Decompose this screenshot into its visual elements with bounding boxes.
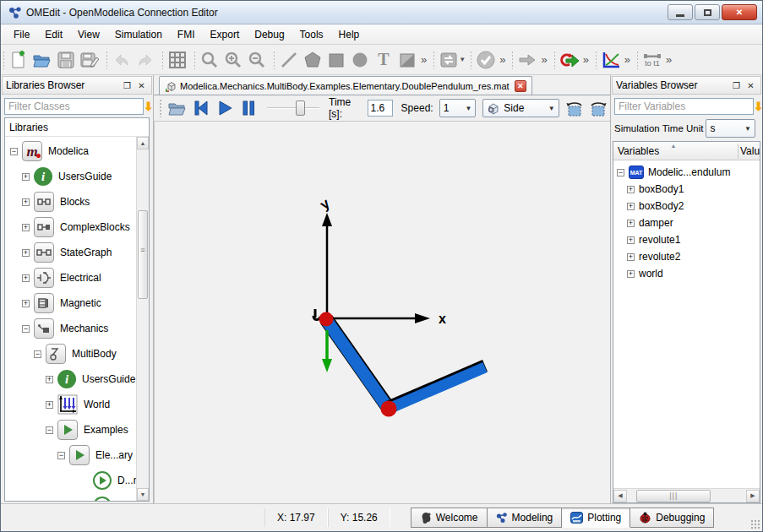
tree-item-multibody-usersguide[interactable]: + i UsersGuide <box>5 366 149 392</box>
expand-icon[interactable]: + <box>627 220 635 227</box>
scrollbar-thumb[interactable]: ||| <box>636 490 711 502</box>
float-dock-icon[interactable]: ❐ <box>121 79 134 92</box>
collapse-icon[interactable]: − <box>22 325 30 333</box>
bitmap-shape-icon[interactable] <box>395 48 419 72</box>
tree-item-blocks[interactable]: + Blocks <box>5 189 149 214</box>
menu-export[interactable]: Export <box>203 26 248 43</box>
expand-icon[interactable]: + <box>22 224 30 231</box>
scroll-up-icon[interactable]: ▲ <box>137 137 149 149</box>
rewind-icon[interactable] <box>189 97 213 119</box>
menu-file[interactable]: File <box>6 26 37 43</box>
menu-fmi[interactable]: FMI <box>170 26 203 43</box>
expand-icon[interactable]: + <box>46 401 53 409</box>
toolbar-drag-handle[interactable] <box>159 99 162 117</box>
zoom-out-icon[interactable] <box>245 48 269 72</box>
float-dock-icon[interactable]: ❐ <box>730 79 743 92</box>
perspective-modeling-button[interactable]: Modeling <box>488 508 563 528</box>
expand-icon[interactable]: + <box>627 253 635 261</box>
menu-view[interactable]: View <box>70 26 107 43</box>
filter-options-icon[interactable]: ⬇ <box>754 100 763 113</box>
tree-item-complexblocks[interactable]: + ComplexBlocks <box>5 214 149 240</box>
tree-item-modelica[interactable]: − m Modelica <box>5 138 149 164</box>
redo-icon[interactable] <box>134 48 157 72</box>
variables-column-header[interactable]: ▲ Variables <box>613 145 738 157</box>
tree-item-multibody[interactable]: − MultiBody <box>5 341 149 366</box>
tree-item-doublependuluminit[interactable]: + Do...in <box>5 493 149 501</box>
expand-icon[interactable]: + <box>22 198 30 206</box>
load-visualization-icon[interactable] <box>166 97 189 119</box>
tree-item-mechanics[interactable]: − Mechanics <box>5 316 149 341</box>
close-dock-icon[interactable]: ✕ <box>744 79 757 92</box>
perspective-plotting-button[interactable]: Plotting <box>562 508 630 528</box>
undo-icon[interactable] <box>110 48 134 72</box>
resimulate-overflow-chevron[interactable]: » <box>581 53 591 66</box>
polygon-shape-icon[interactable] <box>301 48 324 72</box>
tree-item-stategraph[interactable]: + StateGraph <box>5 240 149 265</box>
variable-revolute2[interactable]: + revolute2 <box>613 248 760 265</box>
variable-revolute1[interactable]: + revolute1 <box>613 231 760 248</box>
variable-boxbody2[interactable]: + boxBody2 <box>613 198 760 214</box>
check-overflow-chevron[interactable]: » <box>498 53 507 66</box>
collapse-icon[interactable]: − <box>57 452 65 459</box>
maximize-button[interactable] <box>695 4 720 20</box>
perspective-welcome-button[interactable]: Welcome <box>411 508 488 528</box>
document-tab[interactable]: Modelica.Mechanics.MultiBody.Examples.El… <box>159 76 532 95</box>
shapes-overflow-chevron[interactable]: » <box>419 53 428 66</box>
visualization-viewport[interactable]: y x <box>154 122 610 503</box>
slider-thumb[interactable] <box>296 100 305 116</box>
tree-item-world[interactable]: + World <box>5 392 149 417</box>
tab-close-icon[interactable]: ✕ <box>515 80 526 92</box>
tree-item-elementary[interactable]: − Ele...ary <box>5 442 149 468</box>
re-simulate-icon[interactable] <box>558 48 581 72</box>
expand-icon[interactable]: + <box>627 203 635 210</box>
expand-icon[interactable]: + <box>627 236 635 244</box>
tree-item-magnetic[interactable]: + Magnetic <box>5 290 149 316</box>
result-root-item[interactable]: − MAT Modelic...endulum <box>613 164 760 181</box>
scroll-right-icon[interactable]: ▶ <box>746 490 760 502</box>
save-icon[interactable] <box>54 48 78 72</box>
rotate-cw-icon[interactable] <box>586 97 610 119</box>
to-t1-overflow-chevron[interactable]: » <box>664 53 673 66</box>
text-shape-icon[interactable]: T <box>372 48 395 72</box>
time-slider[interactable] <box>267 100 319 117</box>
ellipse-shape-icon[interactable] <box>348 48 372 72</box>
expand-icon[interactable]: + <box>22 249 30 257</box>
variables-horizontal-scrollbar[interactable]: ◀ ||| ▶ <box>613 488 760 502</box>
expand-icon[interactable]: + <box>627 270 635 278</box>
view-combobox[interactable]: Side ▼ <box>482 99 559 117</box>
filter-classes-input[interactable] <box>4 98 144 115</box>
check-model-icon[interactable] <box>474 48 498 72</box>
collapse-icon[interactable]: − <box>34 350 41 358</box>
show-grid-icon[interactable] <box>166 48 189 72</box>
connect-dropdown-arrow[interactable]: ▼ <box>459 56 466 63</box>
variable-boxbody1[interactable]: + boxBody1 <box>613 181 760 198</box>
line-shape-icon[interactable] <box>277 48 301 72</box>
speed-combobox[interactable]: 1 ▼ <box>439 99 477 117</box>
open-model-icon[interactable] <box>30 48 54 72</box>
play-icon[interactable] <box>213 97 237 119</box>
tree-item-doublependulum[interactable]: + D...m <box>5 468 149 493</box>
instantiate-overflow-chevron[interactable]: » <box>539 53 548 66</box>
expand-icon[interactable]: + <box>22 300 30 307</box>
expand-icon[interactable]: + <box>22 274 30 282</box>
variable-world[interactable]: + world <box>613 265 760 282</box>
expand-icon[interactable]: + <box>46 376 53 383</box>
close-button[interactable]: ✕ <box>722 4 757 20</box>
collapse-icon[interactable]: − <box>10 148 18 155</box>
new-plot-window-icon[interactable] <box>599 48 623 72</box>
save-as-icon[interactable] <box>78 48 101 72</box>
menu-simulation[interactable]: Simulation <box>107 26 170 43</box>
menu-edit[interactable]: Edit <box>37 26 70 43</box>
perspective-debugging-button[interactable]: Debugging <box>630 508 714 528</box>
fit-to-diagram-icon[interactable] <box>198 48 221 72</box>
tree-item-usersguide[interactable]: + i UsersGuide <box>5 164 149 189</box>
variable-damper[interactable]: + damper <box>613 214 760 231</box>
menu-help[interactable]: Help <box>331 26 368 43</box>
time-input[interactable] <box>368 100 393 117</box>
collapse-icon[interactable]: − <box>617 169 624 176</box>
close-dock-icon[interactable]: ✕ <box>135 79 148 92</box>
libraries-vertical-scrollbar[interactable]: ▲ ▼ <box>136 137 149 501</box>
menu-tools[interactable]: Tools <box>292 26 331 43</box>
expand-icon[interactable]: + <box>22 173 30 181</box>
zoom-in-icon[interactable] <box>221 48 245 72</box>
